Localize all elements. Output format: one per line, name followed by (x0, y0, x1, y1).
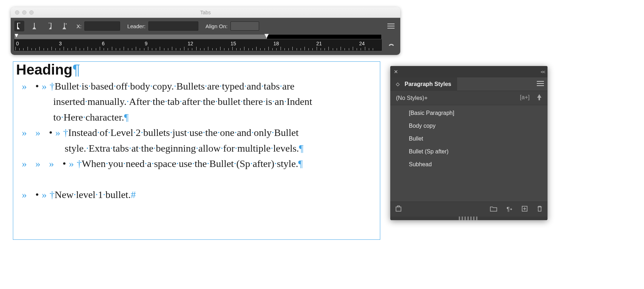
panel-footer: ¶✦ (390, 202, 548, 217)
style-item[interactable]: Bullet (390, 132, 548, 145)
tabs-ruler[interactable]: 03691215182124 (14, 34, 382, 51)
style-group-icon[interactable] (490, 206, 497, 213)
minimize-window-button[interactable] (22, 10, 26, 15)
close-window-button[interactable] (15, 10, 19, 15)
svg-point-0 (66, 24, 67, 25)
alignon-input[interactable] (231, 21, 259, 31)
bullet-paragraph-3[interactable]: » » » • » †When·you·need·a·space·use·the… (16, 156, 377, 171)
style-item[interactable]: Subhead (390, 158, 548, 171)
tabs-panel-body: X: Leader: Align On: (11, 18, 400, 55)
delete-style-icon[interactable] (537, 206, 543, 213)
panel-header[interactable]: ✕ << (390, 66, 548, 77)
leader-label: Leader: (127, 23, 145, 29)
current-style-name: (No Styles)+ (396, 95, 427, 101)
blank-line (16, 171, 377, 187)
right-indent-marker[interactable] (264, 34, 269, 38)
tabs-ruler-area: 03691215182124 (11, 34, 400, 55)
collapse-icon[interactable]: << (541, 69, 545, 75)
styles-list: [Basic Paragraph] Body copy Bullet Bulle… (390, 105, 548, 202)
panel-title: Paragraph Styles (405, 81, 451, 87)
paragraph-styles-tab[interactable]: ◇ Paragraph Styles (390, 77, 457, 91)
cc-libraries-icon[interactable] (395, 206, 402, 213)
ruler-number: 21 (316, 41, 322, 46)
ruler-number: 0 (16, 41, 19, 46)
style-item[interactable]: Body copy (390, 120, 548, 132)
ruler-number: 15 (231, 41, 236, 46)
current-style-actions: [a+] (520, 94, 542, 102)
style-item[interactable]: Bullet (Sp after) (390, 145, 548, 158)
panel-menu-button[interactable] (533, 79, 548, 90)
paragraph-styles-panel: ✕ << ◇ Paragraph Styles (No Styles)+ [a+… (390, 66, 548, 220)
first-line-indent-marker[interactable] (15, 34, 18, 37)
ruler-number: 9 (145, 41, 148, 46)
ruler-overflow-region (267, 35, 381, 39)
decimal-tab-button[interactable] (59, 21, 69, 31)
tabs-panel-title: Tabs (11, 10, 400, 15)
zoom-window-button[interactable] (29, 10, 34, 15)
pilcrow-icon: ¶ (73, 62, 80, 77)
sort-icon: ◇ (396, 81, 400, 87)
heading-text: Heading (16, 62, 73, 77)
alignon-label: Align On: (205, 23, 228, 29)
tabs-titlebar[interactable]: Tabs (11, 7, 400, 18)
left-tab-button[interactable] (14, 21, 24, 31)
clear-overrides-icon[interactable] (537, 94, 542, 102)
tabs-controls-row: X: Leader: Align On: (11, 18, 400, 34)
ruler-number: 3 (59, 41, 62, 46)
heading-paragraph[interactable]: Heading¶ (16, 62, 377, 78)
leader-input[interactable] (148, 21, 198, 31)
bullet-paragraph-1[interactable]: » • » †Bullet·is·based·off·body·copy.·Bu… (16, 78, 377, 125)
ruler-number: 12 (188, 41, 193, 46)
panel-tab-row: ◇ Paragraph Styles (390, 77, 548, 91)
document-text-frame[interactable]: Heading¶ » • » †Bullet·is·based·off·body… (13, 61, 380, 240)
svg-rect-2 (396, 207, 401, 211)
bullet-paragraph-4[interactable]: » • » †New·level·1·bullet.# (16, 187, 377, 202)
current-style-row[interactable]: (No Styles)+ [a+] (390, 91, 548, 105)
ruler-scale: 03691215182124 (14, 39, 382, 51)
ruler-number: 6 (102, 41, 105, 46)
window-controls (11, 10, 34, 15)
right-tab-button[interactable] (44, 21, 54, 31)
tabs-panel-menu-button[interactable] (385, 21, 397, 31)
tab-alignment-buttons (14, 21, 69, 31)
style-item[interactable]: [Basic Paragraph] (390, 107, 548, 120)
x-field: X: (76, 21, 120, 31)
tabs-panel: Tabs X: Leade (11, 7, 400, 55)
center-tab-button[interactable] (29, 21, 39, 31)
clear-override-footer-icon[interactable]: ¶✦ (506, 206, 512, 213)
ruler-indent-track[interactable] (14, 34, 382, 39)
snap-above-frame-button[interactable] (386, 34, 397, 51)
panel-resize-grip[interactable]: ▌▌▌▌▌▌▌ (390, 217, 548, 220)
x-label: X: (76, 23, 81, 29)
new-style-icon[interactable] (522, 206, 527, 213)
close-icon[interactable]: ✕ (393, 69, 399, 75)
apply-style-icon[interactable]: [a+] (520, 94, 530, 102)
ruler-number: 24 (359, 41, 365, 46)
svg-rect-1 (539, 98, 540, 100)
alignon-field: Align On: (205, 21, 259, 31)
x-input[interactable] (84, 21, 120, 31)
bullet-paragraph-2[interactable]: » » • » †Instead·of·Level·2·bullets·just… (16, 125, 377, 156)
ruler-number: 18 (273, 41, 279, 46)
leader-field: Leader: (127, 21, 198, 31)
